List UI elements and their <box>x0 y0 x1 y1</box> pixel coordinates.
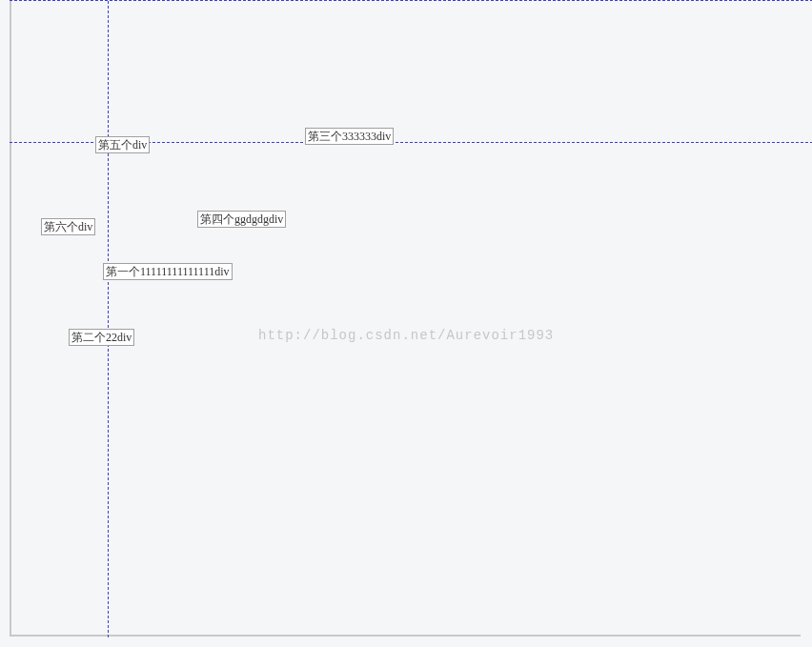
div-box-3[interactable]: 第三个333333div <box>305 128 394 145</box>
div-box-5[interactable]: 第五个div <box>95 136 150 153</box>
canvas-border <box>10 0 801 637</box>
div-box-1[interactable]: 第一个11111111111111div <box>103 263 233 280</box>
watermark-text: http://blog.csdn.net/Aurevoir1993 <box>258 328 554 343</box>
div-box-2[interactable]: 第二个22div <box>69 329 134 346</box>
div-box-4[interactable]: 第四个ggdgdgdiv <box>197 211 286 228</box>
div-box-6[interactable]: 第六个div <box>41 218 95 235</box>
